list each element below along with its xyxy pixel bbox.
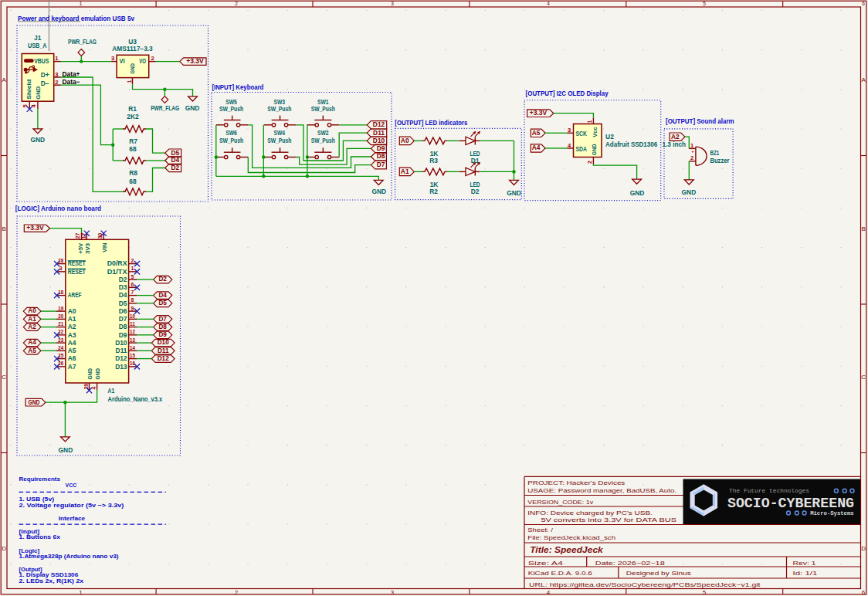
svg-text:D8: D8 <box>377 152 385 160</box>
svg-text:R3: R3 <box>429 157 438 164</box>
svg-text:A4: A4 <box>68 339 76 347</box>
svg-text:D6: D6 <box>119 307 127 315</box>
svg-text:GND: GND <box>130 63 135 74</box>
svg-text:D2: D2 <box>171 164 179 171</box>
svg-text:A5: A5 <box>68 347 76 354</box>
svg-text:Rev: 1: Rev: 1 <box>793 560 816 566</box>
svg-text:SW3: SW3 <box>274 98 286 106</box>
svg-text:Id: 1/1: Id: 1/1 <box>793 571 818 576</box>
svg-text:11: 11 <box>130 321 135 327</box>
svg-text:Sheet: /: Sheet: / <box>527 527 553 533</box>
svg-text:D2: D2 <box>158 276 167 283</box>
svg-text:INFO: Device charged by PC's U: INFO: Device charged by PC's USB. <box>527 510 653 516</box>
svg-text:D4: D4 <box>171 156 179 164</box>
svg-text:B: B <box>862 225 866 232</box>
svg-text:SW_Push: SW_Push <box>219 137 243 144</box>
svg-text:2: 2 <box>690 154 693 161</box>
svg-text:D12: D12 <box>373 120 385 128</box>
svg-text:A7: A7 <box>68 363 76 371</box>
svg-text:D5: D5 <box>119 300 127 307</box>
svg-text:3: 3 <box>391 1 394 6</box>
svg-text:2: 2 <box>587 161 592 164</box>
svg-text:3: 3 <box>59 266 63 271</box>
svg-text:1: 1 <box>587 120 592 124</box>
svg-text:J1: J1 <box>34 34 42 42</box>
svg-text:D13: D13 <box>115 363 127 371</box>
svg-text:2. LEDs 2x, R(1K) 2x: 2. LEDs 2x, R(1K) 2x <box>19 577 84 584</box>
svg-text:27: 27 <box>75 233 80 239</box>
svg-text:5: 5 <box>703 1 706 6</box>
svg-text:GND: GND <box>36 86 41 100</box>
svg-text:16: 16 <box>130 361 135 366</box>
svg-text:SW_Push: SW_Push <box>267 105 291 113</box>
svg-text:1.3 inch: 1.3 inch <box>663 141 687 148</box>
svg-text:Shield: Shield <box>26 80 32 100</box>
svg-text:21: 21 <box>58 321 63 327</box>
svg-text:C: C <box>2 374 6 381</box>
svg-text:3: 3 <box>55 71 58 78</box>
svg-text:SW_Push: SW_Push <box>311 137 335 144</box>
svg-text:Date: 2026−02−18: Date: 2026−02−18 <box>595 560 665 566</box>
svg-text:D5: D5 <box>171 149 179 157</box>
svg-text:7: 7 <box>131 290 134 295</box>
svg-text:VIN: VIN <box>101 243 108 253</box>
svg-text:SW1: SW1 <box>317 98 329 106</box>
svg-text:4: 4 <box>91 386 97 389</box>
svg-text:5V converts into 3.3V for DATA: 5V converts into 3.3V for DATA BUS <box>541 517 676 523</box>
svg-text:SW2: SW2 <box>317 129 329 137</box>
svg-text:GND: GND <box>185 104 200 112</box>
svg-text:D: D <box>2 545 6 552</box>
svg-text:A4: A4 <box>532 144 541 151</box>
svg-text:A3: A3 <box>68 331 76 339</box>
svg-text:Buzzer: Buzzer <box>710 157 731 164</box>
svg-text:3: 3 <box>391 589 395 596</box>
svg-text:D10: D10 <box>373 137 385 144</box>
svg-text:Power and keyboard emulation U: Power and keyboard emulation USB 5v <box>18 15 134 22</box>
svg-text:25: 25 <box>58 353 63 358</box>
svg-text:15: 15 <box>130 353 135 358</box>
svg-text:A5: A5 <box>28 347 36 354</box>
svg-text:VO: VO <box>139 57 146 65</box>
svg-text:SW4: SW4 <box>274 129 286 137</box>
svg-text:A2: A2 <box>68 323 76 330</box>
svg-text:Requirements: Requirements <box>19 476 60 483</box>
svg-text:Adafruit SSD1306: Adafruit SSD1306 <box>605 141 657 148</box>
svg-text:28: 28 <box>58 258 63 263</box>
svg-text:8: 8 <box>131 297 134 303</box>
svg-text:GND: GND <box>86 368 93 380</box>
svg-text:SW_Push: SW_Push <box>219 105 243 113</box>
svg-text:68: 68 <box>129 178 137 185</box>
svg-text:PROJECT: Hacker's Devices: PROJECT: Hacker's Devices <box>527 480 626 486</box>
svg-text:U2: U2 <box>605 133 614 141</box>
svg-text:GND: GND <box>30 136 45 144</box>
svg-text:GND: GND <box>591 144 598 155</box>
svg-text:26: 26 <box>58 361 63 366</box>
svg-text:9: 9 <box>131 306 134 311</box>
svg-text:Micro-Systems: Micro-Systems <box>810 510 853 516</box>
svg-text:D2: D2 <box>119 276 127 283</box>
svg-text:17: 17 <box>81 233 86 239</box>
svg-text:1. Buttons 6x: 1. Buttons 6x <box>19 533 61 540</box>
svg-text:D10: D10 <box>158 339 169 346</box>
svg-text:30: 30 <box>97 233 103 239</box>
svg-text:GND: GND <box>507 189 521 197</box>
svg-text:D8: D8 <box>158 323 167 330</box>
svg-text:3: 3 <box>568 127 571 134</box>
svg-text:23: 23 <box>58 337 63 343</box>
svg-text:1: 1 <box>131 266 134 271</box>
svg-text:D+: D+ <box>41 71 49 79</box>
svg-text:URL: https://gittea.dev/SocioC: URL: https://gittea.dev/SocioCybereeng/P… <box>529 582 761 588</box>
svg-text:1.Atmega328p (Arduino nano v3): 1.Atmega328p (Arduino nano v3) <box>19 553 120 560</box>
svg-text:+3.3V: +3.3V <box>530 109 548 117</box>
svg-text:D11: D11 <box>373 129 385 137</box>
svg-text:GND: GND <box>59 446 73 454</box>
svg-text:GND: GND <box>682 188 697 196</box>
svg-text:4: 4 <box>547 1 550 6</box>
svg-text:[OUTPUT] LED indicators: [OUTPUT] LED indicators <box>395 120 467 127</box>
svg-text:Interface: Interface <box>59 515 86 522</box>
svg-text:D3: D3 <box>119 283 127 291</box>
svg-text:A: A <box>862 76 866 83</box>
svg-text:2. Voltage regulator (5v −> 3.: 2. Voltage regulator (5v −> 3.3v) <box>19 502 124 509</box>
svg-text:2: 2 <box>235 589 239 596</box>
svg-text:+3.3V: +3.3V <box>186 57 204 65</box>
